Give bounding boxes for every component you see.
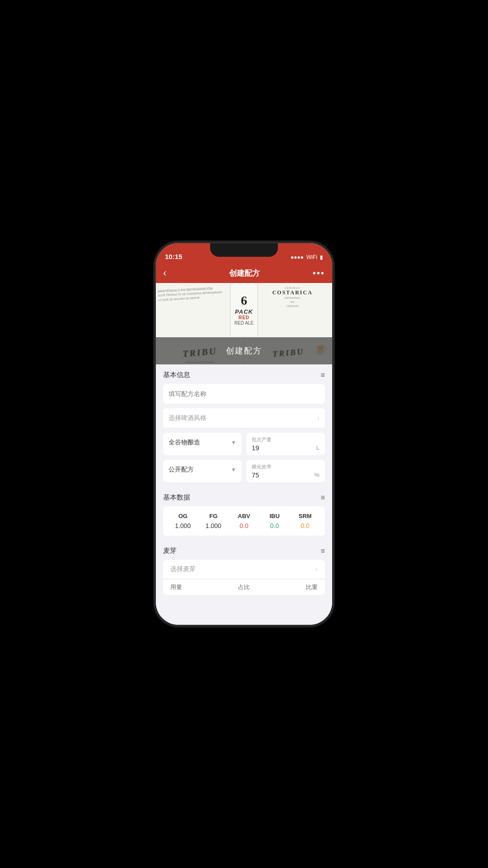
basic-info-title: 基本信息 (163, 371, 190, 379)
beer-style-row[interactable]: 选择啤酒风格 › (163, 408, 325, 428)
visibility-text: 公开配方 (169, 466, 231, 474)
malt-col-gravity: 比重 (268, 583, 318, 591)
batch-volume-row[interactable]: 批次产量 19 L (246, 433, 325, 455)
batch-volume-value: 19 (252, 444, 259, 452)
beer-style-card: 选择啤酒风格 › (163, 408, 325, 428)
fg-col: FG 1.000 (198, 513, 229, 529)
data-stats-card: OG 1.000 FG 1.000 ABV 0.0 IBU 0.0 (163, 506, 325, 536)
phone-screen: 10:15 ●●●● WiFi ▮ ‹ 创建配方 ••• MANTÉNGALO … (156, 243, 332, 625)
srm-col: SRM 0.0 (290, 513, 320, 529)
srm-value: 0.0 (290, 522, 320, 529)
malt-header: 麦芽 ≡ (156, 540, 332, 560)
data-labels-row: OG 1.000 FG 1.000 ABV 0.0 IBU 0.0 (168, 513, 320, 529)
status-icons: ●●●● WiFi ▮ (291, 254, 323, 260)
basic-info-header: 基本信息 ≡ (156, 364, 332, 384)
chevron-right-icon: › (317, 415, 319, 422)
mash-efficiency-value: 75 (252, 471, 259, 479)
ibu-col: IBU 0.0 (259, 513, 290, 529)
basic-data-title: 基本数据 (163, 493, 190, 502)
malt-col-amount: 用量 (170, 583, 220, 591)
og-label: OG (168, 513, 198, 519)
page-title: 创建配方 (229, 268, 260, 278)
malt-title: 麦芽 (163, 547, 177, 555)
ibu-value: 0.0 (259, 522, 290, 529)
batch-volume-unit: L (316, 444, 319, 451)
mash-efficiency-unit: % (314, 472, 319, 478)
beer-style-text: 选择啤酒风格 (169, 414, 317, 422)
visibility-mash-row: 公开配方 ▼ 糖化效率 75 % (163, 460, 325, 482)
status-time: 10:15 (165, 253, 182, 260)
malt-table-header: 用量 占比 比重 (163, 579, 325, 595)
more-button[interactable]: ••• (313, 268, 325, 278)
fg-value: 1.000 (198, 522, 229, 529)
battery-icon: ▮ (320, 254, 323, 260)
abv-col: ABV 0.0 (229, 513, 259, 529)
basic-data-header: 基本数据 ≡ (156, 487, 332, 506)
malt-card: 选择麦芽 › 用量 占比 比重 (163, 560, 325, 595)
brew-type-text: 全谷物酿造 (169, 439, 231, 447)
notch (210, 243, 278, 257)
abv-label: ABV (229, 513, 259, 519)
batch-volume-card: 批次产量 19 L (246, 433, 325, 455)
brew-type-batch-row: 全谷物酿造 ▼ 批次产量 19 L (163, 433, 325, 455)
malt-select-row[interactable]: 选择麦芽 › (163, 560, 325, 579)
brew-type-card: 全谷物酿造 ▼ (163, 433, 242, 455)
visibility-card: 公开配方 ▼ (163, 460, 242, 482)
bottom-spacer (156, 599, 332, 613)
mash-efficiency-label: 糖化效率 (252, 463, 319, 470)
mash-efficiency-card: 糖化效率 75 % (246, 460, 325, 482)
phone-frame: 10:15 ●●●● WiFi ▮ ‹ 创建配方 ••• MANTÉNGALO … (156, 243, 332, 625)
basic-info-menu-icon[interactable]: ≡ (321, 371, 325, 379)
og-value: 1.000 (168, 522, 198, 529)
basic-data-menu-icon[interactable]: ≡ (321, 494, 325, 502)
nav-bar: ‹ 创建配方 ••• (156, 263, 332, 283)
malt-chevron-icon: › (315, 566, 318, 573)
hero-section: MANTÉNGALO EN REFRIGERACIÓNESTE PRODUCTO… (156, 283, 332, 364)
pack-label: 6 PACK RED RED ALE (235, 293, 253, 326)
brew-type-arrow: ▼ (231, 439, 236, 446)
hero-overlay: 创建配方 (156, 337, 332, 364)
visibility-row[interactable]: 公开配方 ▼ (163, 460, 242, 480)
malt-menu-icon[interactable]: ≡ (321, 547, 325, 555)
malt-col-ratio: 占比 (220, 583, 269, 591)
wifi-icon: WiFi (306, 254, 317, 260)
brew-type-row[interactable]: 全谷物酿造 ▼ (163, 433, 242, 453)
back-button[interactable]: ‹ (163, 267, 177, 279)
visibility-arrow: ▼ (231, 467, 236, 473)
abv-value: 0.0 (229, 522, 259, 529)
fg-label: FG (198, 513, 229, 519)
recipe-name-row[interactable] (163, 384, 325, 404)
malt-select-text: 选择麦芽 (170, 565, 315, 573)
recipe-name-card (163, 384, 325, 404)
og-col: OG 1.000 (168, 513, 198, 529)
mash-efficiency-row[interactable]: 糖化效率 75 % (246, 460, 325, 482)
main-content[interactable]: 基本信息 ≡ 选择啤酒风格 › 全谷物酿造 (156, 364, 332, 625)
hero-overlay-text: 创建配方 (226, 345, 262, 356)
signal-icon: ●●●● (291, 254, 304, 260)
recipe-name-input[interactable] (169, 385, 319, 403)
ibu-label: IBU (259, 513, 290, 519)
batch-volume-label: 批次产量 (252, 436, 319, 443)
srm-label: SRM (290, 513, 320, 519)
